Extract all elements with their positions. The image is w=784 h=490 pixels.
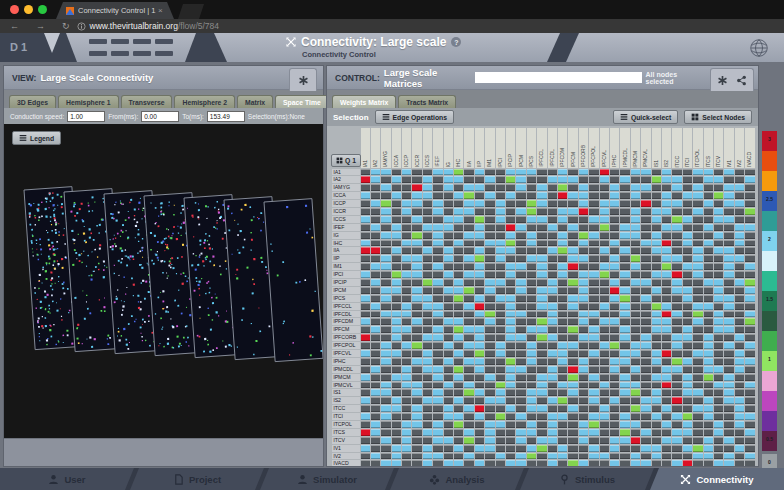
matrix-cell[interactable] — [454, 413, 463, 420]
matrix-cell[interactable] — [371, 374, 380, 381]
matrix-cell[interactable] — [392, 413, 401, 420]
matrix-cell[interactable] — [361, 200, 370, 207]
matrix-cell[interactable] — [662, 192, 671, 199]
matrix-cell[interactable] — [496, 169, 505, 176]
matrix-cell[interactable] — [683, 397, 692, 404]
matrix-cell[interactable] — [589, 247, 598, 254]
matrix-cell[interactable] — [423, 263, 432, 270]
matrix-cell[interactable] — [392, 382, 401, 389]
matrix-cell[interactable] — [600, 240, 609, 247]
spacetime-planes-plot[interactable] — [4, 124, 323, 438]
matrix-cell[interactable] — [371, 303, 380, 310]
matrix-cell[interactable] — [527, 437, 536, 444]
matrix-cell[interactable] — [579, 303, 588, 310]
matrix-cell[interactable] — [600, 295, 609, 302]
matrix-cell[interactable] — [672, 342, 681, 349]
matrix-cell[interactable] — [724, 318, 733, 325]
matrix-cell[interactable] — [537, 460, 546, 466]
matrix-cell[interactable] — [672, 445, 681, 452]
matrix-cell[interactable] — [579, 287, 588, 294]
matrix-cell[interactable] — [496, 216, 505, 223]
matrix-cell[interactable] — [672, 366, 681, 373]
matrix-row-label[interactable]: lCCS — [332, 216, 360, 223]
matrix-cell[interactable] — [641, 208, 650, 215]
matrix-cell[interactable] — [496, 405, 505, 412]
matrix-cell[interactable] — [662, 453, 671, 460]
matrix-cell[interactable] — [506, 413, 515, 420]
matrix-cell[interactable] — [485, 382, 494, 389]
matrix-cell[interactable] — [548, 169, 557, 176]
matrix-cell[interactable] — [485, 263, 494, 270]
matrix-cell[interactable] — [683, 445, 692, 452]
matrix-cell[interactable] — [506, 445, 515, 452]
matrix-cell[interactable] — [371, 200, 380, 207]
matrix-cell[interactable] — [381, 247, 390, 254]
matrix-col-header[interactable]: lPCIP — [506, 128, 515, 168]
matrix-cell[interactable] — [600, 445, 609, 452]
matrix-cell[interactable] — [496, 326, 505, 333]
matrix-cell[interactable] — [662, 358, 671, 365]
matrix-cell[interactable] — [683, 453, 692, 460]
matrix-cell[interactable] — [704, 232, 713, 239]
matrix-cell[interactable] — [433, 460, 442, 466]
matrix-cell[interactable] — [475, 382, 484, 389]
matrix-cell[interactable] — [516, 405, 525, 412]
matrix-cell[interactable] — [589, 279, 598, 286]
matrix-cell[interactable] — [745, 200, 754, 207]
matrix-cell[interactable] — [496, 232, 505, 239]
matrix-cell[interactable] — [704, 216, 713, 223]
matrix-cell[interactable] — [641, 263, 650, 270]
matrix-cell[interactable] — [693, 318, 702, 325]
matrix-cell[interactable] — [662, 184, 671, 191]
matrix-cell[interactable] — [537, 350, 546, 357]
matrix-cell[interactable] — [381, 342, 390, 349]
matrix-cell[interactable] — [693, 445, 702, 452]
matrix-cell[interactable] — [714, 342, 723, 349]
matrix-cell[interactable] — [516, 287, 525, 294]
matrix-cell[interactable] — [672, 287, 681, 294]
matrix-cell[interactable] — [631, 216, 640, 223]
matrix-cell[interactable] — [579, 350, 588, 357]
matrix-cell[interactable] — [704, 208, 713, 215]
matrix-cell[interactable] — [662, 216, 671, 223]
matrix-cell[interactable] — [516, 279, 525, 286]
matrix-cell[interactable] — [745, 350, 754, 357]
matrix-cell[interactable] — [662, 366, 671, 373]
matrix-cell[interactable] — [402, 358, 411, 365]
matrix-cell[interactable] — [496, 303, 505, 310]
matrix-cell[interactable] — [600, 247, 609, 254]
matrix-cell[interactable] — [537, 326, 546, 333]
matrix-cell[interactable] — [392, 240, 401, 247]
matrix-cell[interactable] — [412, 295, 421, 302]
matrix-cell[interactable] — [454, 460, 463, 466]
matrix-cell[interactable] — [693, 208, 702, 215]
matrix-cell[interactable] — [714, 184, 723, 191]
matrix-cell[interactable] — [444, 453, 453, 460]
matrix-cell[interactable] — [527, 413, 536, 420]
matrix-cell[interactable] — [506, 366, 515, 373]
matrix-cell[interactable] — [579, 176, 588, 183]
matrix-cell[interactable] — [454, 255, 463, 262]
matrix-cell[interactable] — [506, 437, 515, 444]
matrix-cell[interactable] — [381, 429, 390, 436]
matrix-cell[interactable] — [683, 263, 692, 270]
matrix-cell[interactable] — [662, 240, 671, 247]
matrix-cell[interactable] — [652, 303, 661, 310]
matrix-cell[interactable] — [672, 460, 681, 466]
edge-operations-button[interactable]: Edge Operations — [375, 110, 454, 124]
matrix-cell[interactable] — [610, 176, 619, 183]
matrix-cell[interactable] — [371, 247, 380, 254]
matrix-cell[interactable] — [381, 240, 390, 247]
matrix-cell[interactable] — [392, 232, 401, 239]
matrix-cell[interactable] — [735, 255, 744, 262]
matrix-cell[interactable] — [485, 445, 494, 452]
brain-logo-icon[interactable] — [748, 37, 770, 59]
matrix-cell[interactable] — [454, 279, 463, 286]
matrix-cell[interactable] — [745, 311, 754, 318]
matrix-cell[interactable] — [485, 216, 494, 223]
matrix-cell[interactable] — [444, 318, 453, 325]
matrix-cell[interactable] — [423, 247, 432, 254]
matrix-cell[interactable] — [641, 397, 650, 404]
matrix-cell[interactable] — [704, 437, 713, 444]
matrix-cell[interactable] — [693, 303, 702, 310]
